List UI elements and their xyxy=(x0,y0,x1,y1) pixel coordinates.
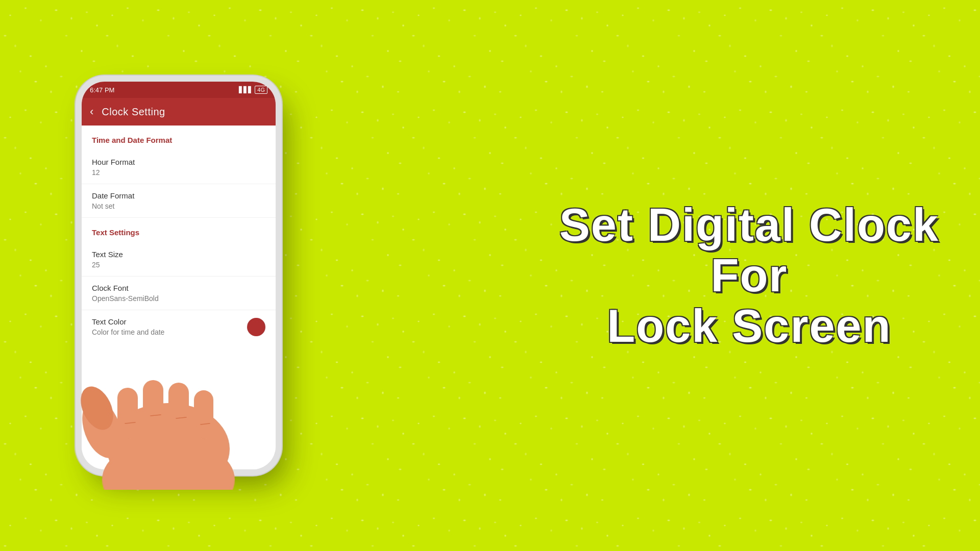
promo-line1: Set Digital Clock xyxy=(559,200,939,251)
section-time-date-header: Time and Date Format xyxy=(82,126,276,151)
status-bar: 6:47 PM ▋▋▋ 4G xyxy=(82,82,276,98)
status-icons: ▋▋▋ 4G xyxy=(239,86,267,94)
svg-rect-4 xyxy=(117,388,138,439)
date-format-value: Not set xyxy=(92,202,134,210)
battery-indicator: 4G xyxy=(255,86,267,94)
promo-text-block: Set Digital Clock For Lock Screen xyxy=(559,200,939,352)
app-title: Clock Setting xyxy=(102,106,165,118)
signal-icon: ▋▋▋ xyxy=(239,86,253,93)
svg-rect-7 xyxy=(194,390,213,439)
date-format-label: Date Format xyxy=(92,191,134,200)
status-time: 6:47 PM xyxy=(90,86,114,94)
date-format-info: Date Format Not set xyxy=(92,191,134,210)
hour-format-info: Hour Format 12 xyxy=(92,158,135,177)
promo-line2: For xyxy=(559,251,939,301)
svg-rect-6 xyxy=(168,383,189,439)
promo-line3: Lock Screen xyxy=(559,301,939,352)
hour-format-label: Hour Format xyxy=(92,158,135,166)
date-format-item[interactable]: Date Format Not set xyxy=(82,184,276,218)
hour-format-item[interactable]: Hour Format 12 xyxy=(82,151,276,184)
hand-illustration xyxy=(66,235,281,490)
app-header: ‹ Clock Setting xyxy=(82,98,276,126)
svg-rect-5 xyxy=(143,380,163,439)
hour-format-value: 12 xyxy=(92,168,135,177)
phone-mockup: 6:47 PM ▋▋▋ 4G ‹ Clock Setting Time and … xyxy=(82,82,276,469)
back-button[interactable]: ‹ xyxy=(90,105,93,118)
